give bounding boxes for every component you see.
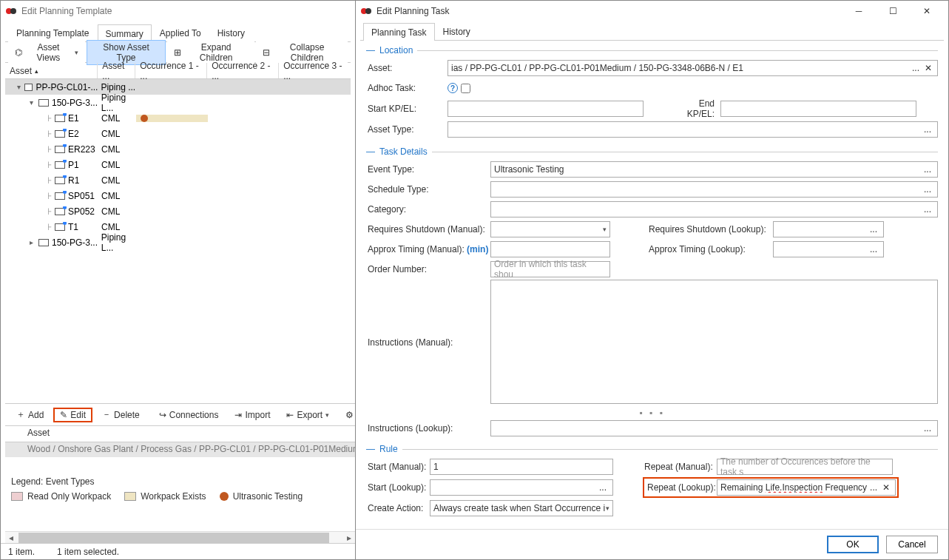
browse-icon[interactable]: ...: [867, 244, 880, 254]
event-dot-icon: [141, 115, 148, 122]
tree-type: CML: [98, 222, 136, 232]
repeat-m-input[interactable]: The number of Occurences before the task…: [717, 459, 893, 475]
start-m-input[interactable]: 1: [430, 459, 613, 475]
help-icon[interactable]: ?: [448, 83, 458, 93]
window-title: Edit Planning Template: [21, 6, 112, 16]
node-icon: [55, 208, 65, 215]
tree-icon: ⌬: [15, 47, 22, 58]
browse-icon[interactable]: ...: [921, 204, 934, 215]
tree-row[interactable]: ⊦T1CML: [5, 219, 351, 235]
tree-type: CML: [98, 113, 136, 124]
instructions-m-textarea[interactable]: [490, 280, 938, 404]
col-asset[interactable]: Asset ▴: [5, 63, 98, 78]
close-button[interactable]: ✕: [910, 1, 944, 21]
browse-icon[interactable]: ...: [921, 423, 934, 434]
event-type-input[interactable]: Ultrasonic Testing...: [490, 161, 938, 178]
clear-icon[interactable]: ✕: [922, 63, 934, 73]
cancel-button[interactable]: Cancel: [886, 536, 938, 553]
tree-row[interactable]: ⊦SP051CML: [5, 188, 351, 203]
connections-button[interactable]: ↪Connections: [152, 408, 226, 422]
asset-type-input[interactable]: ...: [448, 121, 938, 138]
lower-row[interactable]: Wood / Onshore Gas Plant / Process Gas /…: [5, 442, 355, 457]
col-occ2[interactable]: Occurrence 2 - ...: [207, 63, 279, 78]
tab-planning-task[interactable]: Planning Task: [363, 23, 435, 41]
asset-input[interactable]: ias / PP-PG-CL01 / PP-PG-CL01-P01Medium …: [448, 60, 938, 76]
end-kp-input[interactable]: [720, 101, 916, 117]
tree-row[interactable]: ⊦E1CML: [5, 110, 351, 126]
tree-row[interactable]: ⊦SP052CML: [5, 203, 351, 219]
tab-history-front[interactable]: History: [435, 23, 479, 40]
svg-point-3: [365, 8, 371, 14]
label-repeat-m: Repeat (Manual):: [643, 462, 717, 472]
tree-row[interactable]: ▾PP-PG-CL01-...Piping ...: [5, 79, 351, 95]
browse-icon[interactable]: ...: [596, 482, 609, 493]
status-count: 1 item.: [8, 547, 35, 557]
import-button[interactable]: ⇥Import: [228, 408, 277, 422]
ok-button[interactable]: OK: [827, 536, 879, 553]
tree-label: 150-PG-3...: [52, 98, 98, 108]
browse-icon[interactable]: ...: [909, 63, 922, 73]
add-button[interactable]: ＋Add: [10, 406, 50, 423]
req-shutdown-m-select[interactable]: ▾: [490, 221, 610, 237]
expander-icon[interactable]: ▸: [27, 238, 36, 246]
tree-label: E2: [68, 129, 79, 139]
tree-label: PP-PG-CL01-...: [36, 82, 98, 92]
col-occ3[interactable]: Occurrence 3 - ...: [279, 63, 351, 78]
browse-icon[interactable]: ...: [867, 482, 880, 493]
label-start-m: Start (Manual):: [366, 462, 430, 472]
tree-row[interactable]: ▾150-PG-3...Piping L...: [5, 95, 351, 110]
export-button[interactable]: ⇤Export▾: [280, 408, 336, 422]
label-req-shutdown-l: Requires Shutdown (Lookup):: [647, 224, 773, 235]
label-approx-l: Approx Timing (Lookup):: [647, 244, 773, 254]
approx-l-input[interactable]: ...: [773, 241, 884, 257]
dialog-title: Edit Planning Task: [376, 6, 450, 16]
instructions-l-input[interactable]: ...: [490, 420, 938, 436]
label-asset: Asset:: [366, 63, 448, 73]
order-number-input[interactable]: Order in which this task shou: [490, 261, 610, 277]
label-schedule-type: Schedule Type:: [366, 184, 490, 195]
collapse-icon: ⊟: [263, 47, 270, 58]
app-logo-icon: [360, 5, 372, 17]
browse-icon[interactable]: ...: [867, 224, 880, 235]
label-approx-m: Approx Timing (Manual): (min): [366, 244, 490, 254]
tree-row[interactable]: ⊦E2CML: [5, 126, 351, 141]
section-location: Location: [379, 45, 413, 55]
expander-icon[interactable]: ▾: [27, 98, 36, 107]
category-input[interactable]: ...: [490, 201, 938, 217]
label-instructions-m: Instructions (Manual):: [366, 280, 490, 348]
asset-views-button[interactable]: ⌬ Asset Views ▾: [8, 40, 85, 65]
maximize-button[interactable]: ☐: [876, 1, 910, 21]
tree-row[interactable]: ▸150-PG-3...Piping L...: [5, 235, 351, 250]
delete-button[interactable]: －Delete: [95, 406, 146, 423]
edit-button[interactable]: ✎Edit: [53, 408, 92, 422]
browse-icon[interactable]: ...: [921, 184, 934, 195]
minimize-button[interactable]: ─: [842, 1, 876, 21]
clear-icon[interactable]: ✕: [880, 482, 892, 493]
tree-type: CML: [98, 160, 136, 170]
label-event-type: Event Type:: [366, 164, 490, 175]
schedule-type-input[interactable]: ...: [490, 181, 938, 198]
col-occ1[interactable]: Occurrence 1 - ...: [135, 63, 207, 78]
tree-type: CML: [98, 144, 136, 155]
col-asset-type[interactable]: Asset ...: [98, 63, 135, 78]
expander-icon[interactable]: ▾: [16, 83, 21, 91]
tree-row[interactable]: ⊦P1CML: [5, 157, 351, 172]
adhoc-checkbox[interactable]: [461, 84, 470, 93]
resize-handle[interactable]: ▪ ▪ ▪: [366, 408, 938, 418]
req-shutdown-l-input[interactable]: ...: [773, 221, 884, 237]
start-kp-input[interactable]: [448, 101, 644, 117]
scrollbar-horizontal[interactable]: ◂▸: [5, 531, 355, 543]
plus-icon: ＋: [16, 408, 25, 421]
node-icon: [55, 161, 65, 169]
browse-icon[interactable]: ...: [921, 164, 934, 175]
repeat-l-input[interactable]: Remaining Life.Inspection Frequency ... …: [717, 479, 896, 496]
gear-icon: ⚙: [345, 410, 354, 420]
occurrence-cell[interactable]: [136, 115, 208, 122]
approx-m-input[interactable]: [490, 241, 610, 257]
tree-row[interactable]: ⊦R1CML: [5, 172, 351, 188]
browse-icon[interactable]: ...: [921, 124, 934, 135]
start-l-input[interactable]: ...: [430, 479, 613, 496]
tree-row[interactable]: ⊦ER223CML: [5, 141, 351, 157]
lower-col-asset[interactable]: Asset: [5, 426, 355, 442]
create-action-select[interactable]: Always create task when Start Occurrence…: [430, 500, 613, 516]
